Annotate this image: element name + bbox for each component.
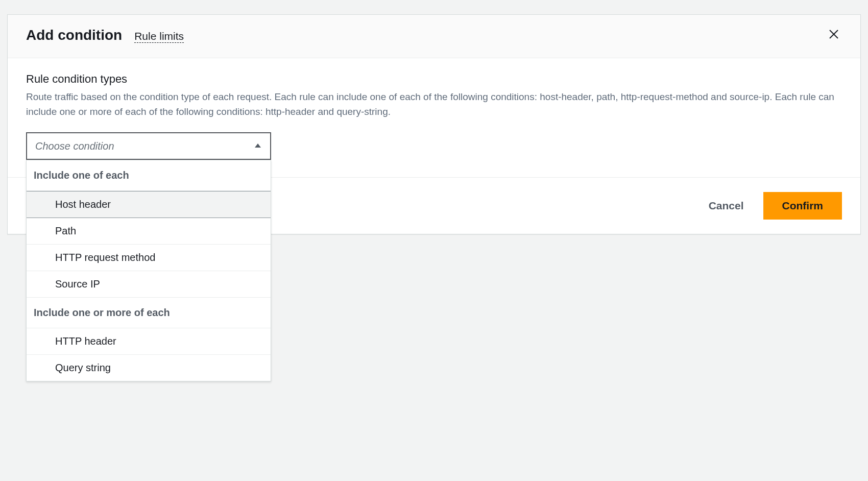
condition-select-wrapper: Choose condition Include one of each Hos… bbox=[26, 132, 271, 160]
modal-header-left: Add condition Rule limits bbox=[26, 27, 184, 43]
confirm-button[interactable]: Confirm bbox=[763, 192, 842, 220]
cancel-button[interactable]: Cancel bbox=[705, 194, 748, 218]
condition-select[interactable]: Choose condition bbox=[26, 132, 271, 160]
select-placeholder: Choose condition bbox=[35, 140, 114, 152]
modal-title: Add condition bbox=[26, 27, 122, 43]
section-description: Route traffic based on the condition typ… bbox=[26, 90, 842, 119]
condition-dropdown: Include one of each Host header Path HTT… bbox=[26, 160, 271, 381]
dropdown-option-http-request-method[interactable]: HTTP request method bbox=[27, 245, 271, 271]
dropdown-option-path[interactable]: Path bbox=[27, 218, 271, 245]
modal-body: Rule condition types Route traffic based… bbox=[8, 58, 860, 177]
caret-up-icon bbox=[254, 140, 262, 152]
modal-header: Add condition Rule limits bbox=[8, 15, 860, 58]
section-title: Rule condition types bbox=[26, 73, 842, 86]
add-condition-modal: Add condition Rule limits Rule condition… bbox=[7, 14, 861, 234]
dropdown-group-label-1: Include one of each bbox=[27, 160, 271, 191]
svg-marker-2 bbox=[255, 143, 261, 148]
dropdown-option-query-string[interactable]: Query string bbox=[27, 355, 271, 381]
dropdown-group-label-2: Include one or more of each bbox=[27, 298, 271, 328]
dropdown-option-host-header[interactable]: Host header bbox=[27, 191, 271, 218]
dropdown-option-http-header[interactable]: HTTP header bbox=[27, 328, 271, 355]
close-icon bbox=[828, 28, 840, 42]
close-button[interactable] bbox=[826, 27, 842, 43]
rule-limits-link[interactable]: Rule limits bbox=[134, 30, 184, 43]
dropdown-option-source-ip[interactable]: Source IP bbox=[27, 271, 271, 298]
